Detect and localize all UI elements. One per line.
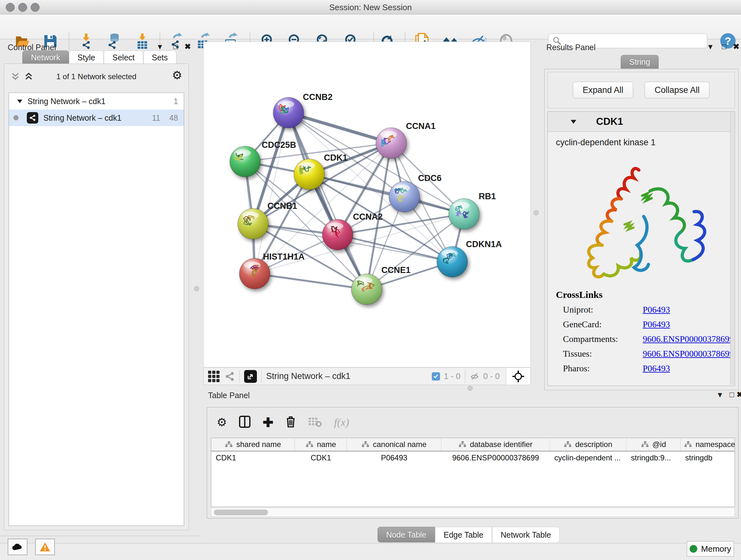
column-header[interactable]: name — [295, 438, 347, 451]
cell-id[interactable]: stringdb:9... — [626, 451, 681, 464]
tab-style[interactable]: Style — [69, 51, 104, 64]
network-node-CDK1[interactable] — [294, 159, 325, 190]
expand-all-button[interactable]: Expand All — [573, 82, 633, 98]
network-node-CCNB2[interactable] — [273, 98, 304, 128]
node-label: CDC25B — [262, 140, 296, 150]
close-panel-icon[interactable]: ✖ — [185, 42, 191, 51]
network-edge[interactable] — [288, 113, 367, 289]
crosslink-link[interactable]: P06493 — [643, 363, 670, 374]
show-columns-icon[interactable] — [239, 416, 251, 429]
cloud-status-button[interactable] — [8, 539, 27, 555]
delete-column-icon[interactable] — [286, 416, 296, 429]
collapse-arrow-icon[interactable] — [17, 99, 23, 104]
close-panel-icon[interactable]: ✖ — [737, 390, 741, 399]
crosslink-link[interactable]: P06493 — [643, 305, 670, 315]
network-node-CDC25B[interactable] — [230, 146, 260, 177]
table-panel: Table Panel ▾ □ ✖ ⚙ ✚ f(x) sha — [201, 389, 741, 543]
network-node-CCNA1[interactable] — [376, 128, 407, 159]
network-view-canvas[interactable]: CCNB2CCNA1CDC25BCDK1CDC6RB1CCNB1CCNA2CDK… — [203, 42, 531, 368]
node-table[interactable]: shared name name canonical name database… — [211, 438, 735, 507]
close-panel-icon[interactable]: ✖ — [733, 42, 739, 51]
function-builder-icon[interactable]: f(x) — [334, 416, 349, 428]
left-splitter-handle[interactable] — [194, 286, 199, 291]
expand-collapse-box: Expand All Collapse All — [547, 72, 735, 108]
network-edge[interactable] — [255, 273, 367, 289]
crosslink-link[interactable]: 9606.ENSP00000378699 — [643, 349, 734, 359]
node-label: CCNA2 — [353, 212, 383, 222]
crosslink-link[interactable]: P06493 — [643, 319, 670, 329]
node-label: HIST1H1A — [263, 252, 305, 261]
float-panel-icon[interactable]: □ — [730, 390, 734, 399]
column-tree-icon — [641, 441, 649, 448]
cell-database-identifier[interactable]: 9606.ENSP00000378699 — [441, 451, 550, 464]
tab-node-table[interactable]: Node Table — [378, 527, 435, 543]
memory-button[interactable]: Memory — [687, 541, 734, 557]
panel-menu-icon[interactable]: ▾ — [158, 42, 162, 51]
column-header[interactable]: database identifier — [441, 438, 550, 451]
gene-accordion-header[interactable]: CDK1 — [548, 112, 735, 132]
right-splitter-handle[interactable] — [534, 210, 539, 215]
view-network-mode-icon[interactable] — [225, 371, 235, 381]
network-row[interactable]: String Network – cdk1 11 48 — [9, 110, 184, 126]
table-horizontal-scrollbar[interactable] — [211, 508, 735, 517]
tab-select[interactable]: Select — [104, 51, 143, 64]
column-header[interactable]: @id — [626, 438, 681, 451]
column-header[interactable]: shared name — [211, 438, 295, 451]
view-grid-mode-icon[interactable] — [208, 371, 219, 382]
tab-sets[interactable]: Sets — [143, 51, 177, 64]
network-node-RB1[interactable] — [449, 199, 479, 229]
cell-canonical-name[interactable]: P06493 — [347, 451, 441, 464]
network-options-gear-icon[interactable]: ⚙ — [172, 70, 182, 81]
tab-edge-table[interactable]: Edge Table — [435, 527, 492, 543]
column-header[interactable]: canonical name — [347, 438, 441, 451]
cell-description[interactable]: cyclin-dependent ... — [550, 451, 626, 464]
create-column-icon[interactable]: ✚ — [263, 416, 273, 429]
birdseye-view-button[interactable] — [506, 368, 530, 385]
hidden-items-icon — [470, 372, 479, 381]
network-collection-row[interactable]: String Network – cdk1 1 — [9, 93, 184, 110]
network-node-CDC6[interactable] — [389, 181, 420, 212]
memory-label: Memory — [701, 544, 731, 554]
results-scrollbar[interactable] — [730, 112, 734, 385]
delete-table-icon[interactable] — [308, 416, 322, 428]
network-edge[interactable] — [255, 113, 288, 273]
column-header[interactable]: namespace — [681, 438, 735, 451]
collapse-all-button[interactable]: Collapse All — [645, 82, 710, 98]
titlebar: Session: New Session — [0, 0, 741, 14]
table-options-gear-icon[interactable]: ⚙ — [217, 417, 227, 428]
hidden-counts: 0 - 0 — [483, 371, 500, 381]
string-results-box: Expand All Collapse All CDK1 cyclin-depe… — [544, 69, 738, 390]
column-header[interactable]: description — [550, 438, 626, 451]
cell-namespace[interactable]: stringdb — [681, 451, 735, 464]
panel-menu-icon[interactable]: ▾ — [718, 390, 722, 399]
memory-status-dot-icon — [690, 545, 697, 553]
collapse-arrow-icon[interactable] — [570, 119, 577, 125]
warning-status-button[interactable] — [35, 539, 55, 555]
scrollbar-thumb[interactable] — [214, 509, 268, 515]
table-row[interactable]: CDK1 CDK1 P06493 9606.ENSP00000378699 cy… — [211, 451, 735, 464]
detach-view-button[interactable] — [244, 370, 257, 383]
cell-name[interactable]: CDK1 — [295, 451, 347, 464]
network-node-CCNB1[interactable] — [238, 208, 268, 239]
tab-network[interactable]: Network — [22, 51, 69, 64]
network-node-HIST1H1A[interactable] — [239, 258, 270, 289]
network-view-title: String Network – cdk1 — [266, 371, 350, 381]
bottom-splitter-handle[interactable] — [468, 386, 473, 391]
string-network-graph[interactable]: CCNB2CCNA1CDC25BCDK1CDC6RB1CCNB1CCNA2CDK… — [204, 42, 530, 367]
network-node-CDKN1A[interactable] — [437, 246, 468, 277]
float-panel-icon[interactable]: □ — [722, 42, 727, 51]
tab-network-table[interactable]: Network Table — [492, 527, 560, 543]
network-edge[interactable] — [288, 113, 391, 143]
node-label: CDC6 — [418, 173, 442, 183]
float-panel-icon[interactable]: □ — [173, 42, 178, 51]
cell-shared-name[interactable]: CDK1 — [211, 451, 295, 464]
tab-string[interactable]: String — [621, 55, 659, 69]
main-toolbar: ? — [0, 14, 741, 39]
column-tree-icon — [563, 441, 572, 448]
node-label: CCNE1 — [381, 265, 411, 275]
protein-ribbon — [331, 226, 337, 233]
panel-menu-icon[interactable]: ▾ — [709, 42, 712, 51]
selected-checkbox-icon[interactable] — [432, 372, 440, 381]
left-panel-bottom-divider — [0, 536, 201, 536]
crosslink-link[interactable]: 9606.ENSP00000378699 — [643, 334, 734, 344]
